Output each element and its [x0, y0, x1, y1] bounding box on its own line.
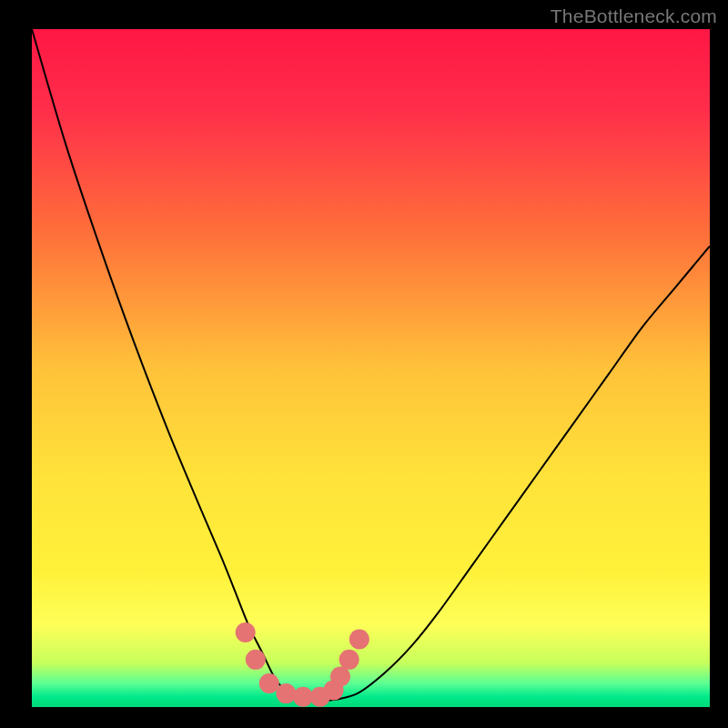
- dot-highlight-dots: [246, 650, 266, 670]
- dot-highlight-dots: [276, 683, 296, 703]
- chart-container: TheBottleneck.com: [0, 0, 728, 728]
- watermark-text: TheBottleneck.com: [551, 5, 717, 27]
- dot-highlight-dots: [236, 622, 256, 642]
- dot-highlight-dots: [259, 673, 279, 693]
- dot-highlight-dots: [330, 666, 350, 686]
- bottleneck-chart: [0, 0, 728, 728]
- dot-highlight-dots: [339, 650, 359, 670]
- gradient-background: [32, 29, 710, 707]
- dot-highlight-dots: [349, 630, 369, 650]
